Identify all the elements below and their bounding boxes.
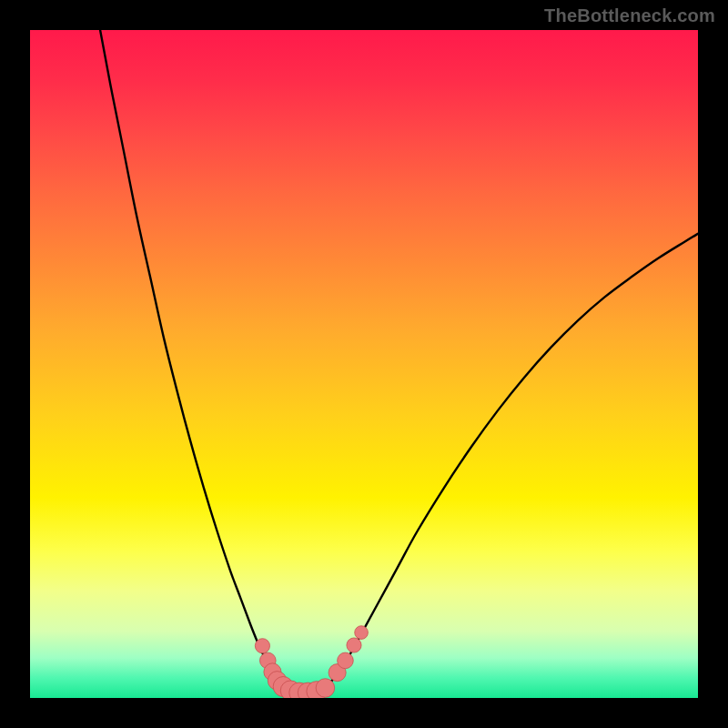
valley-marker (316, 679, 335, 698)
curve-right-branch (334, 234, 698, 678)
chart-svg (30, 30, 698, 698)
watermark-text: TheBottleneck.com (544, 5, 715, 26)
chart-frame: TheBottleneck.com (0, 0, 728, 728)
curve-left-branch (100, 30, 278, 678)
valley-markers-group (255, 626, 368, 698)
plot-area (30, 30, 698, 698)
valley-marker (255, 639, 269, 653)
valley-marker (355, 626, 369, 640)
valley-marker (347, 638, 361, 652)
valley-marker (338, 652, 354, 669)
